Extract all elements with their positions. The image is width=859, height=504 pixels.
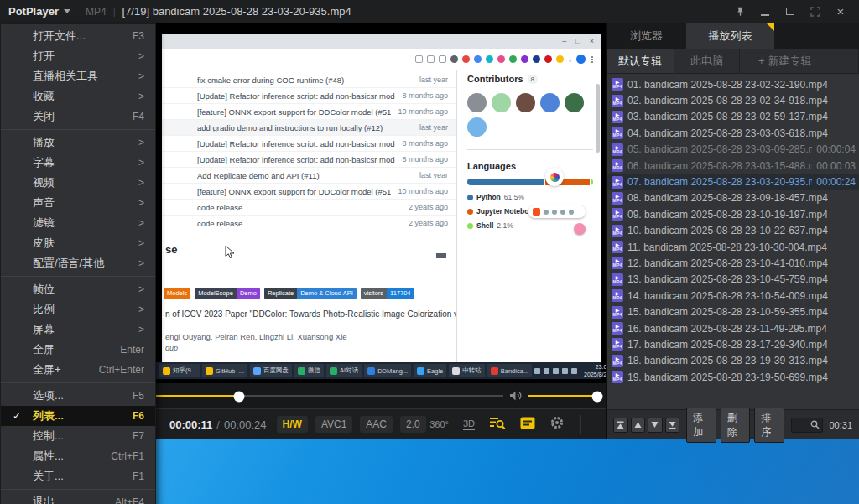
menu-item[interactable]: 字幕 > bbox=[1, 153, 155, 173]
menu-item-shortcut: > bbox=[138, 91, 144, 102]
menu-item[interactable]: 关于... F1 bbox=[1, 466, 155, 486]
video-360-icon[interactable]: 360° bbox=[430, 419, 449, 429]
playlist-item[interactable]: ▶ MP4 12. bandicam 2025-08-28 23-10-41-0… bbox=[607, 255, 859, 271]
menu-item-shortcut: > bbox=[138, 217, 144, 229]
mp4-file-icon: ▶ MP4 bbox=[612, 127, 623, 139]
menu-item[interactable]: 视频 > bbox=[1, 173, 155, 193]
menu-item[interactable]: 打开文件... F3 bbox=[1, 26, 155, 46]
menu-item[interactable]: 帧位 > bbox=[1, 279, 155, 299]
menu-item[interactable]: 选项... F5 bbox=[1, 386, 155, 406]
menu-item[interactable]: 打开 > bbox=[1, 46, 155, 66]
album-tab[interactable]: + 新建专辑 bbox=[740, 49, 859, 73]
speaker-icon[interactable] bbox=[509, 390, 523, 405]
playlist-item[interactable]: ▶ MP4 14. bandicam 2025-08-28 23-10-54-0… bbox=[607, 288, 859, 304]
playlist-item[interactable]: ▶ MP4 09. bandicam 2025-08-28 23-10-19-1… bbox=[607, 206, 859, 222]
playlist-item-name: 10. bandicam 2025-08-28 23-10-22-637.mp4 bbox=[627, 225, 828, 236]
playlist-panel: 浏览器 播放列表 默认专辑 此电脑 bbox=[606, 23, 859, 439]
menu-item[interactable]: 收藏 > bbox=[1, 86, 155, 107]
album-tab[interactable]: 此电脑 bbox=[674, 49, 740, 73]
menu-item-shortcut: F7 bbox=[133, 430, 144, 442]
move-top-button[interactable] bbox=[613, 418, 628, 433]
playlist-item[interactable]: ▶ MP4 11. bandicam 2025-08-28 23-10-30-0… bbox=[607, 239, 859, 255]
menu-item[interactable]: 退出 Alt+F4 bbox=[1, 492, 155, 504]
commit-message: [Update] Refactor inference script: add … bbox=[197, 139, 395, 148]
playlist-item[interactable]: ▶ MP4 05. bandicam 2025-08-28 23-03-09-2… bbox=[607, 142, 859, 158]
playlist-item[interactable]: ▶ MP4 17. bandicam 2025-08-28 23-17-29-3… bbox=[607, 336, 859, 352]
volume-thumb[interactable] bbox=[592, 391, 603, 402]
playlist-item[interactable]: ▶ MP4 01. bandicam 2025-08-28 23-02-32-1… bbox=[607, 76, 859, 92]
video-codec-badge: AVC1 bbox=[315, 416, 352, 433]
video-3d-icon[interactable]: 3D bbox=[463, 418, 475, 430]
commit-date: last year bbox=[419, 171, 448, 179]
menu-item[interactable]: 关闭 F4 bbox=[1, 107, 155, 127]
menu-item[interactable]: 直播相关工具 > bbox=[1, 66, 155, 86]
add-button[interactable]: 添加 bbox=[686, 408, 716, 443]
menu-item[interactable]: 全屏+ Ctrl+Enter bbox=[1, 360, 155, 380]
menu-item[interactable]: 全屏 Enter bbox=[1, 340, 155, 360]
pin-icon[interactable] bbox=[733, 5, 747, 18]
commit-message: code release bbox=[197, 219, 402, 228]
playlist-item-duration: 00:00:03 bbox=[816, 160, 856, 172]
subtitle-panel-icon[interactable] bbox=[520, 417, 535, 433]
menu-item[interactable]: ✓ 列表... F6 bbox=[1, 406, 155, 426]
close-button[interactable]: × bbox=[834, 5, 847, 18]
move-bottom-button[interactable] bbox=[665, 418, 680, 433]
playlist-item[interactable]: ▶ MP4 04. bandicam 2025-08-28 23-03-03-6… bbox=[607, 125, 859, 141]
playlist-item-name: 12. bandicam 2025-08-28 23-10-41-010.mp4 bbox=[627, 257, 828, 269]
menu-item[interactable]: 滤镜 > bbox=[1, 213, 155, 233]
playlist-search-input[interactable] bbox=[791, 418, 824, 433]
playlist-item[interactable]: ▶ MP4 02. bandicam 2025-08-28 23-02-34-9… bbox=[607, 92, 859, 108]
mp4-file-icon: ▶ MP4 bbox=[612, 338, 623, 351]
menu-item[interactable]: 控制... F7 bbox=[1, 426, 155, 446]
playlist-item[interactable]: ▶ MP4 10. bandicam 2025-08-28 23-10-22-6… bbox=[607, 223, 859, 239]
move-up-button[interactable] bbox=[631, 418, 646, 433]
move-down-button[interactable] bbox=[648, 418, 663, 433]
playlist-item[interactable]: ▶ MP4 16. bandicam 2025-08-28 23-11-49-2… bbox=[607, 320, 859, 336]
menu-item[interactable]: 皮肤 > bbox=[1, 233, 155, 253]
playlist-item[interactable]: ▶ MP4 18. bandicam 2025-08-28 23-19-39-3… bbox=[607, 353, 859, 369]
menu-item-shortcut: F5 bbox=[133, 390, 144, 402]
language-legend-item: Python 61.5% bbox=[467, 193, 524, 201]
playlist-item[interactable]: ▶ MP4 13. bandicam 2025-08-28 23-10-45-7… bbox=[607, 272, 859, 288]
menu-item[interactable]: 属性... Ctrl+F1 bbox=[1, 446, 155, 466]
menu-separator bbox=[1, 276, 155, 277]
playlist-item[interactable]: ▶ MP4 07. bandicam 2025-08-28 23-03-20-9… bbox=[607, 174, 859, 190]
delete-button[interactable]: 删除 bbox=[721, 408, 751, 443]
mp4-file-icon: ▶ MP4 bbox=[612, 192, 623, 205]
menu-item[interactable]: 播放 > bbox=[1, 132, 155, 153]
hw-decoding-badge: H/W bbox=[277, 416, 308, 433]
extension-icon bbox=[486, 55, 493, 63]
app-menu-button[interactable]: PotPlayer bbox=[8, 5, 70, 18]
commit-row: [feature] ONNX export support for DDColo… bbox=[162, 104, 456, 120]
playlist-search-icon[interactable] bbox=[489, 416, 506, 434]
settings-gear-icon[interactable] bbox=[549, 415, 565, 434]
menu-item[interactable]: 声音 > bbox=[1, 193, 155, 213]
menu-item[interactable]: 比例 > bbox=[1, 299, 155, 320]
maximize-button[interactable] bbox=[784, 5, 797, 18]
playlist-item-duration: 00:00:04 bbox=[816, 143, 856, 155]
playlist-tab[interactable]: 播放列表 bbox=[686, 23, 774, 49]
playlist-tab[interactable]: 浏览器 bbox=[607, 23, 686, 49]
sort-button[interactable]: 排序 bbox=[754, 408, 784, 443]
playlist-item-name: 19. bandicam 2025-08-28 23-19-50-699.mp4 bbox=[627, 372, 828, 383]
menu-item-label: 声音 bbox=[33, 195, 138, 210]
volume-slider[interactable] bbox=[528, 395, 597, 397]
readme-badges: Models ModelScopeDemo ReplicateDemo & Cl… bbox=[162, 288, 456, 299]
mp4-file-icon: ▶ MP4 bbox=[612, 225, 623, 237]
extension-icon bbox=[544, 55, 552, 63]
playlist-item[interactable]: ▶ MP4 08. bandicam 2025-08-28 23-09-18-4… bbox=[607, 190, 859, 206]
menu-item[interactable]: 屏幕 > bbox=[1, 320, 155, 340]
avatar bbox=[467, 117, 487, 137]
playlist-item[interactable]: ▶ MP4 15. bandicam 2025-08-28 23-10-59-3… bbox=[607, 304, 859, 320]
playlist-item[interactable]: ▶ MP4 03. bandicam 2025-08-28 23-02-59-1… bbox=[607, 109, 859, 125]
menu-item-label: 比例 bbox=[33, 302, 138, 317]
menu-item[interactable]: 配置/语言/其他 > bbox=[1, 253, 155, 273]
seek-thumb[interactable] bbox=[234, 391, 245, 402]
album-tab[interactable]: 默认专辑 bbox=[607, 49, 674, 73]
playlist-item[interactable]: ▶ MP4 19. bandicam 2025-08-28 23-19-50-6… bbox=[607, 369, 859, 385]
minimize-button[interactable] bbox=[758, 5, 772, 18]
taskbar-tray: 23:04 2025/8/28 bbox=[534, 363, 606, 378]
mp4-file-icon: ▶ MP4 bbox=[612, 95, 623, 107]
playlist-item[interactable]: ▶ MP4 06. bandicam 2025-08-28 23-03-15-4… bbox=[607, 158, 859, 174]
fullscreen-expand-icon[interactable] bbox=[809, 5, 822, 18]
